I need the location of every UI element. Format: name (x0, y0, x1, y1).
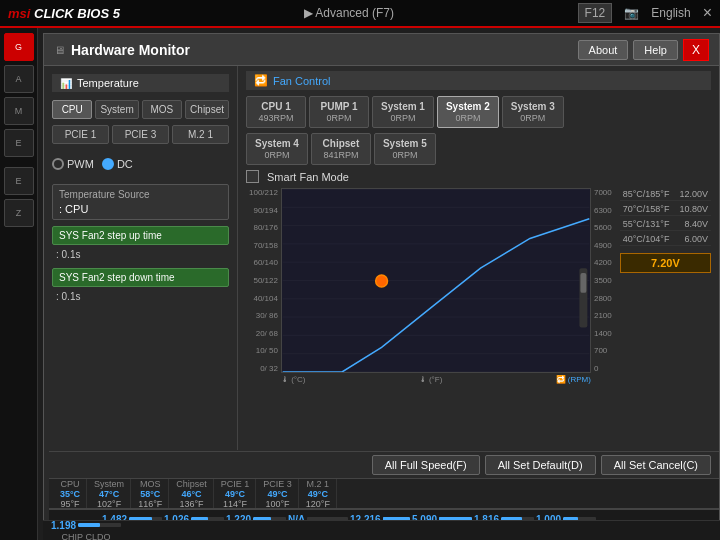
about-button[interactable]: About (578, 40, 629, 60)
temp-btn-cpu[interactable]: CPU (52, 100, 92, 119)
sidebar-item-4[interactable]: E (4, 167, 34, 195)
volt-strip-2: 1.198 CHIP CLDO (43, 520, 720, 540)
bottom-buttons: All Full Speed(F) All Set Default(D) All… (49, 451, 719, 479)
x-axis-temp-icon: 🌡 (°C) (281, 375, 306, 384)
svg-point-13 (376, 275, 388, 287)
volt-chip-cldo: 1.198 CHIP CLDO (51, 520, 121, 541)
dc-radio-circle (102, 158, 114, 170)
hw-monitor-window: 🖥 Hardware Monitor About Help X 📊 Temper… (43, 33, 720, 540)
f12-label[interactable]: F12 (578, 3, 613, 23)
fan-icon: 🔁 (254, 74, 268, 87)
temp-button-grid: CPU System MOS Chipset (52, 100, 229, 119)
temp-btn-pcie3[interactable]: PCIE 3 (112, 125, 169, 144)
full-speed-btn[interactable]: All Full Speed(F) (372, 455, 480, 475)
x-axis-temp-f: 🌡 (°F) (419, 375, 443, 384)
status-cpu: CPU 35°C 95°F (54, 479, 87, 509)
dc-label: DC (117, 158, 133, 170)
smart-fan-label: Smart Fan Mode (267, 171, 349, 183)
fan-step-down-value: : 0.1s (52, 291, 229, 302)
hw-monitor-icon: 🖥 (54, 44, 65, 56)
sidebar-item-1[interactable]: A (4, 65, 34, 93)
fan-step-down-btn[interactable]: SYS Fan2 step down time (52, 268, 229, 287)
pwm-label: PWM (67, 158, 94, 170)
volt-row-1: 85°C/185°F12.00V (620, 188, 711, 201)
chart-wrapper: 100/212 90/194 80/176 70/158 60/140 50/1… (246, 188, 711, 384)
fan-system5: System 5 0RPM (374, 133, 436, 165)
temp-btn-chipset[interactable]: Chipset (185, 100, 229, 119)
status-system: System 47°C 102°F (88, 479, 131, 509)
fan-system1: System 1 0RPM (372, 96, 434, 128)
temp-btn-pcie1[interactable]: PCIE 1 (52, 125, 109, 144)
temperature-section-header: 📊 Temperature (52, 74, 229, 92)
sidebar-game-boost[interactable]: G (4, 33, 34, 61)
left-panel: 📊 Temperature CPU System MOS Chipset PCI… (44, 66, 238, 450)
temp-btn-m21[interactable]: M.2 1 (172, 125, 229, 144)
pwm-radio[interactable]: PWM (52, 158, 94, 170)
status-pcie1: PCIE 1 49°C 114°F (215, 479, 257, 509)
status-pcie3: PCIE 3 49°C 100°F (257, 479, 299, 509)
fan-step-up-value: : 0.1s (52, 249, 229, 260)
main-content: 🖥 Hardware Monitor About Help X 📊 Temper… (38, 28, 720, 540)
advanced-label: ▶ Advanced (F7) (120, 6, 578, 20)
hw-title: Hardware Monitor (71, 42, 573, 58)
fan-system4: System 4 0RPM (246, 133, 308, 165)
status-chipset: Chipset 46°C 136°F (170, 479, 214, 509)
top-bar: msi CLICK BIOS 5 ▶ Advanced (F7) F12 📷 E… (0, 0, 720, 28)
msi-logo: msi CLICK BIOS 5 (8, 6, 120, 21)
smart-fan-checkbox[interactable] (246, 170, 259, 183)
bottom-status-bar: CPU 35°C 95°F System 47°C 102°F MOS 58°C… (49, 479, 719, 509)
dc-radio[interactable]: DC (102, 158, 133, 170)
temp-btn-mos[interactable]: MOS (142, 100, 182, 119)
left-sidebar: G A M E E Z (0, 28, 38, 540)
chart-y-right: 7000 6300 5600 4900 4200 3500 2800 2100 … (591, 188, 615, 373)
svg-rect-12 (580, 273, 586, 293)
fan-chipset: Chipset 841RPM (311, 133, 371, 165)
temp-btn-row2: PCIE 1 PCIE 3 M.2 1 (52, 125, 229, 144)
volt-row-3: 55°C/131°F8.40V (620, 218, 711, 231)
hw-title-bar: 🖥 Hardware Monitor About Help X (44, 34, 719, 66)
temp-icon: 📊 (60, 78, 72, 89)
temp-section-label: Temperature (77, 77, 139, 89)
fan-chart[interactable] (281, 188, 591, 373)
temp-source-label: Temperature Source (59, 189, 222, 200)
top-bar-right: F12 📷 English × (578, 3, 712, 23)
lang-label[interactable]: English (651, 6, 690, 20)
x-axis-rpm-icon: 🔁 (RPM) (556, 375, 591, 384)
pwm-dc-row: PWM DC (52, 154, 229, 174)
sidebar-item-3[interactable]: E (4, 129, 34, 157)
fan-pump1: PUMP 1 0RPM (309, 96, 369, 128)
fan-system2[interactable]: System 2 0RPM (437, 96, 499, 128)
volt-row-2: 70°C/158°F10.80V (620, 203, 711, 216)
fan-rpm-grid: CPU 1 493RPM PUMP 1 0RPM System 1 0RPM S… (246, 96, 711, 128)
fan-section-header: 🔁 Fan Control (246, 71, 711, 90)
fan-step-up-btn[interactable]: SYS Fan2 step up time (52, 226, 229, 245)
screenshot-icon: 📷 (624, 6, 639, 20)
set-cancel-btn[interactable]: All Set Cancel(C) (601, 455, 711, 475)
fan-section-label: Fan Control (273, 75, 330, 87)
fan-cpu1: CPU 1 493RPM (246, 96, 306, 128)
pwm-radio-circle (52, 158, 64, 170)
status-m21: M.2 1 49°C 120°F (300, 479, 337, 509)
chart-y-left: 100/212 90/194 80/176 70/158 60/140 50/1… (246, 188, 281, 373)
voltage-highlighted: 7.20V (620, 253, 711, 273)
smart-fan-row: Smart Fan Mode (246, 170, 711, 183)
voltage-table: 85°C/185°F12.00V 70°C/158°F10.80V 55°C/1… (620, 188, 711, 273)
fan-rpm-grid2: System 4 0RPM Chipset 841RPM System 5 0R… (246, 133, 711, 165)
temp-btn-system[interactable]: System (95, 100, 138, 119)
help-button[interactable]: Help (633, 40, 678, 60)
temp-source-value: : CPU (59, 203, 222, 215)
sidebar-item-5[interactable]: Z (4, 199, 34, 227)
sidebar-item-2[interactable]: M (4, 97, 34, 125)
status-mos: MOS 58°C 116°F (132, 479, 169, 509)
top-close-btn[interactable]: × (703, 4, 712, 22)
fan-system3: System 3 0RPM (502, 96, 564, 128)
right-panel: 🔁 Fan Control CPU 1 493RPM PUMP 1 0RPM S… (238, 66, 719, 450)
volt-row-4: 40°C/104°F6.00V (620, 233, 711, 246)
temp-source-box: Temperature Source : CPU (52, 184, 229, 220)
hw-close-button[interactable]: X (683, 39, 709, 61)
set-default-btn[interactable]: All Set Default(D) (485, 455, 596, 475)
